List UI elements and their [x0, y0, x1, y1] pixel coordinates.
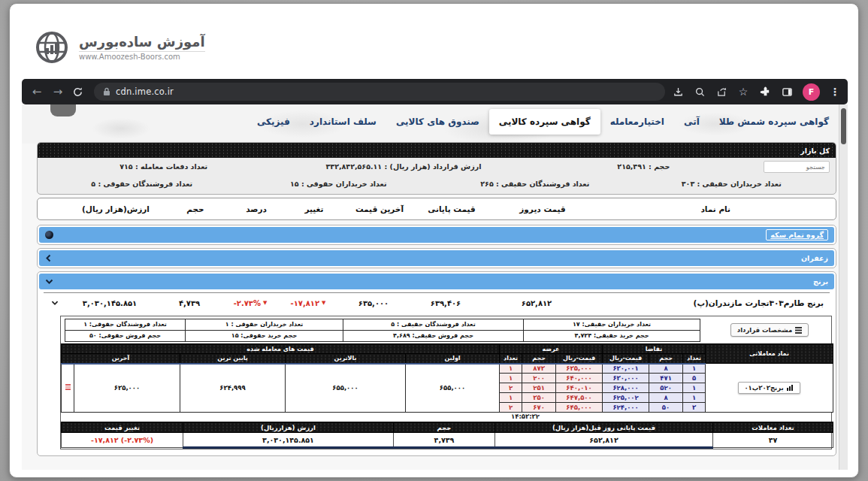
symbol-chart-button[interactable]: برنج۳۰۳پ۰۱	[738, 382, 800, 394]
header-supply-count: تعداد	[500, 354, 522, 364]
supply-price: ۶۴۵,۰۰۰	[556, 403, 603, 413]
header-day-value: ارزش (هزارریال)	[183, 422, 394, 433]
group-card-rice: برنج برنج طارم۳۰۳تجارت مازندران(پ) ۶۵۲,۸…	[37, 271, 836, 456]
header-trades-count: تعداد معاملات	[713, 422, 833, 433]
order-book-table: نماد معاملاتی تقاضا عرضه قیمت های معامله…	[61, 343, 833, 413]
symbol-last-price: ۶۳۵,۰۰۰	[340, 299, 407, 307]
group-coin-link[interactable]: گروه تمام سکه	[766, 229, 828, 240]
demand-volume: ۸	[649, 364, 683, 374]
scrollbar-thumb[interactable]	[841, 108, 846, 144]
supply-count: ۲	[500, 383, 522, 393]
menu-kebab-icon[interactable]: ⋮	[830, 86, 840, 98]
stat-trade-count: تعداد دفعات معامله : ۷۱۵	[44, 162, 283, 171]
highest-price-cell: ۶۵۵,۰۰۰	[286, 364, 406, 413]
total-market-card: کل بازار حجم : ۲۱۵,۴۹۱ ارزش قرارداد (هزا…	[37, 142, 836, 195]
header-price-change: تغییر قیمت	[62, 422, 183, 433]
demand-volume: ۸	[649, 393, 683, 403]
header-prev-close: قیمت پایانی روز قبل(هزار ریال)	[495, 422, 713, 433]
demand-price: ۶۲۵,۰۰۲	[603, 393, 649, 403]
page-scrollbar[interactable]	[839, 104, 848, 470]
supply-price: ۶۳۵,۰۰۰	[556, 364, 603, 374]
browser-toolbar: ← → cdn.ime.co.ir ☆	[22, 79, 848, 104]
tab-futures[interactable]: آتی	[674, 109, 709, 135]
market-tabs: گواهی سپرده شمش طلا آتی اختیارمعامله گوا…	[247, 109, 839, 135]
symbol-volume: ۴,۷۳۹	[155, 299, 224, 307]
value-day-value: ۳,۰۳۰,۱۴۵.۸۵۱	[183, 433, 394, 448]
header-supply-volume: حجم	[522, 354, 556, 364]
zoom-icon[interactable]	[694, 86, 706, 98]
stat-real-sellers: تعداد فروشندگان حقیقی : ۲۶۵	[437, 180, 634, 188]
header-demand-volume: حجم	[649, 354, 683, 364]
first-price-cell: ۶۵۵,۰۰۰	[406, 364, 500, 413]
header-demand-group: تقاضا	[603, 344, 706, 354]
coin-status-icon	[45, 231, 53, 239]
side-panel-icon[interactable]	[781, 86, 793, 98]
header-yesterday-price: قیمت دیروز	[490, 204, 595, 213]
group-bar-rice[interactable]: برنج	[39, 274, 834, 289]
reload-icon[interactable]	[71, 86, 83, 98]
down-triangle-icon: ▼	[322, 300, 325, 306]
share-icon[interactable]	[715, 86, 727, 98]
symbol-name: برنج طارم۳۰۳تجارت مازندران(پ)	[589, 298, 830, 307]
symbol-row-rice-tarom[interactable]: برنج طارم۳۰۳تجارت مازندران(پ) ۶۵۲,۸۱۲ ۶۳…	[44, 292, 830, 313]
header-symbol-name: نام نماد	[595, 204, 836, 213]
search-input[interactable]	[764, 161, 830, 173]
detail-real-buyers: تعداد خریداران حقیقی: ۱۷	[524, 319, 700, 330]
header-closing-price: قیمت پایانی	[413, 204, 490, 213]
demand-volume: ۴۷۱	[649, 374, 683, 383]
supply-count: ۱	[500, 364, 522, 374]
detail-real-sellers: تعداد فروشندگان حقیقی : ۵	[343, 319, 524, 330]
tab-commodity-funds[interactable]: صندوق های کالایی	[386, 109, 489, 135]
tab-gold-bullion-cert[interactable]: گواهی سپرده شمش طلا	[709, 109, 839, 135]
last-price-cell: ۶۳۵,۰۰۰	[74, 364, 180, 413]
header-last-price: آخرین قیمت	[346, 204, 413, 213]
bookmark-star-icon[interactable]: ☆	[737, 86, 749, 98]
down-triangle-icon: ▼	[263, 300, 267, 306]
chevron-left-icon	[45, 254, 52, 262]
tab-physical[interactable]: فیزیکی	[247, 109, 300, 135]
demand-count: ۱	[683, 393, 706, 403]
lock-icon	[103, 87, 110, 96]
tab-standard-salaf[interactable]: سلف استاندارد	[300, 109, 386, 135]
brand-name: آموزش ساده‌بورس	[79, 34, 205, 50]
supply-volume: ۲۵۱	[522, 383, 556, 393]
header-last-traded-price: آخرین	[62, 354, 180, 364]
extensions-puzzle-icon[interactable]	[759, 86, 771, 98]
supply-volume: ۸۷۳	[522, 364, 556, 374]
header-percent: درصد	[230, 204, 283, 213]
detail-legal-sell-volume: حجم فروش حقوقی: ۵۰	[65, 330, 186, 341]
symbol-detail-panel: مشخصات قرارداد تعداد خریداران حقیقی: ۱۷ …	[60, 316, 832, 449]
detail-stats-table: تعداد خریداران حقیقی: ۱۷ تعداد فروشندگان…	[65, 319, 700, 342]
forward-icon[interactable]: →	[50, 85, 65, 98]
group-bar-saffron[interactable]: زعفران	[39, 250, 834, 266]
demand-count: ۳	[683, 403, 706, 413]
contract-specs-button[interactable]: مشخصات قرارداد	[730, 323, 809, 337]
order-book-row: برنج۳۰۳پ۰۱ ۱ ۸ ۶۳۰,۰۰۱ ۶۳۵,۰۰۰ ۸۷۳ ۱ ۶۵۵…	[62, 364, 833, 374]
brand-url: www.Amoozesh-Boors.com	[79, 51, 205, 61]
demand-volume: ۵۰	[649, 403, 683, 413]
value-day-volume: ۴,۷۳۹	[394, 433, 495, 448]
tab-options[interactable]: اختیارمعامله	[600, 109, 674, 135]
chevron-down-icon	[45, 278, 53, 285]
header-supply-price: قیمت-ریال	[556, 354, 603, 364]
address-bar[interactable]: cdn.ime.co.ir	[94, 83, 665, 101]
supply-volume: ۶۷۰	[522, 403, 556, 413]
supply-count: ۲	[500, 403, 522, 413]
group-bar-coin[interactable]: گروه تمام سکه	[39, 227, 834, 243]
daily-summary-table: تعداد معاملات قیمت پایانی روز قبل(هزار ر…	[61, 422, 833, 449]
tab-commodity-cert[interactable]: گواهی سپرده کالایی	[489, 109, 600, 135]
value-prev-close: ۶۵۲,۸۱۲	[495, 433, 713, 448]
header-lowest-price: پایین ترین	[180, 354, 286, 364]
back-icon[interactable]: ←	[29, 85, 44, 98]
lowest-price-cell: ۶۳۴,۹۹۹	[180, 364, 286, 413]
group-card-coin: گروه تمام سکه	[37, 225, 836, 245]
install-icon[interactable]	[672, 86, 684, 98]
supply-count: ۱	[500, 393, 522, 403]
app-window: آموزش ساده‌بورس www.Amoozesh-Boors.com ←…	[9, 3, 859, 478]
total-market-header: کل بازار	[38, 143, 836, 158]
supply-volume: ۳۵۰	[522, 393, 556, 403]
demand-price: ۶۲۴,۰۰۰	[603, 403, 649, 413]
row-chevron-down-icon[interactable]	[45, 299, 65, 307]
profile-avatar[interactable]: F	[803, 83, 820, 101]
group-saffron-label: زعفران	[801, 254, 828, 262]
